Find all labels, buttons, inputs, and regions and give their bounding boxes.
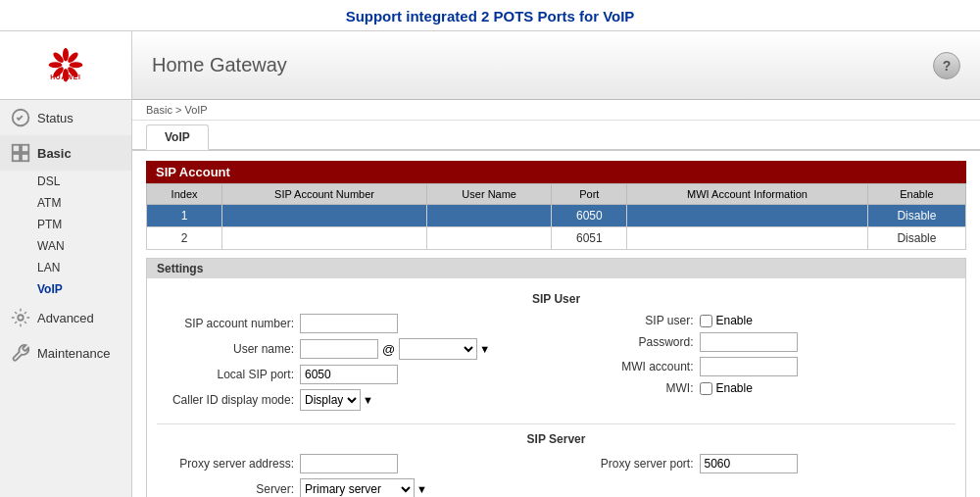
user-name-input[interactable] [300,339,378,359]
svg-rect-10 [13,145,20,152]
row1-username [426,205,552,227]
row1-port: 6050 [552,205,627,227]
user-name-row: User name: @ ▼ [157,338,547,360]
sidebar: HUAWEI Status Basic DSL ATM PTM [0,31,132,497]
proxy-server-address-label: Proxy server address: [157,457,294,471]
sip-user-checkbox-label: Enable [700,314,753,327]
sip-server-title: SIP Server [157,432,956,446]
settings-body: SIP User SIP account number: User name: [147,278,965,497]
caller-id-select[interactable]: Display Hide [300,389,361,411]
local-sip-port-input[interactable] [300,365,398,384]
sip-account-section: SIP Account Index SIP Account Number Use… [146,161,966,250]
sidebar-item-dsl[interactable]: DSL [18,171,131,192]
password-input[interactable] [700,332,798,352]
mwi-checkbox-label: Enable [700,381,753,395]
sidebar-item-ptm[interactable]: PTM [18,214,131,235]
sip-account-header: SIP Account [146,161,966,183]
breadcrumb: Basic > VoIP [132,100,980,121]
proxy-server-port-row: Proxy server port: [566,454,956,473]
sip-user-title: SIP User [157,292,956,306]
basic-sub-menu: DSL ATM PTM WAN LAN VoIP [0,171,131,300]
mwi-enable-text: Enable [716,381,753,395]
svg-rect-13 [22,154,28,161]
svg-rect-12 [13,154,20,161]
mwi-label: MWI: [566,381,694,395]
sidebar-item-status[interactable]: Status [0,100,131,135]
row2-username [426,227,552,250]
main-content: Home Gateway ? Basic > VoIP VoIP SIP Acc… [132,31,980,497]
mwi-row: MWI: Enable [566,381,956,395]
proxy-server-port-input[interactable] [700,454,798,473]
svg-point-2 [70,62,83,68]
sip-user-label: SIP user: [566,314,694,327]
caller-id-row: Caller ID display mode: Display Hide ▼ [157,389,547,411]
sip-account-number-row: SIP account number: [157,314,547,333]
status-icon [10,107,31,128]
server-row: Server: Primary server Secondary server … [157,478,547,497]
row2-index: 2 [147,227,222,250]
server-select[interactable]: Primary server Secondary server [300,478,415,497]
password-label: Password: [566,335,694,349]
caller-id-label: Caller ID display mode: [157,393,294,407]
at-symbol: @ [382,342,395,357]
content-area: SIP Account Index SIP Account Number Use… [132,151,980,497]
server-label: Server: [157,482,294,496]
sidebar-item-advanced[interactable]: Advanced [0,300,131,335]
sip-user-enable-text: Enable [716,314,753,327]
sidebar-item-basic[interactable]: Basic [0,135,131,171]
row1-sip-number [222,205,427,227]
basic-icon [10,142,31,164]
sip-user-checkbox[interactable] [700,315,712,327]
mwi-checkbox[interactable] [700,382,712,395]
sip-server-form: Proxy server address: Server: Primary se… [157,454,956,497]
sidebar-item-maintenance[interactable]: Maintenance [0,335,131,371]
help-button[interactable]: ? [933,52,960,79]
password-row: Password: [566,332,956,352]
settings-header: Settings [147,259,965,278]
maintenance-icon [10,342,31,364]
row2-port: 6051 [552,227,627,250]
sidebar-item-wan[interactable]: WAN [18,235,131,257]
col-port: Port [552,184,627,205]
divider [157,423,956,424]
table-row[interactable]: 2 6051 Disable [147,227,966,250]
sip-account-table: Index SIP Account Number User Name Port … [146,183,966,250]
tab-voip[interactable]: VoIP [146,124,209,150]
svg-point-6 [49,62,63,68]
table-row[interactable]: 1 6050 Disable [147,205,966,227]
local-sip-port-label: Local SIP port: [157,368,294,381]
col-index: Index [147,184,222,205]
col-username: User Name [426,184,552,205]
proxy-server-address-input[interactable] [300,454,398,473]
logo-area: HUAWEI [0,31,131,100]
col-sip-number: SIP Account Number [222,184,427,205]
sip-account-number-input[interactable] [300,314,398,333]
mwi-account-label: MWI account: [566,360,694,373]
svg-text:HUAWEI: HUAWEI [50,74,81,80]
row1-mwi-info [627,205,868,227]
settings-section: Settings SIP User SIP account number: [146,258,966,497]
mwi-account-row: MWI account: [566,357,956,376]
page-title: Support integrated 2 POTS Ports for VoIP [0,0,980,30]
sip-user-form: SIP account number: User name: @ ▼ [157,314,956,416]
sidebar-item-maintenance-label: Maintenance [37,346,110,361]
mwi-account-input[interactable] [700,357,798,376]
user-name-label: User name: [157,342,294,356]
row1-enable: Disable [867,205,965,227]
row2-sip-number [222,227,427,250]
proxy-server-port-label: Proxy server port: [566,457,694,471]
row2-enable: Disable [867,227,965,250]
sidebar-item-basic-label: Basic [37,146,72,161]
header-bar: Home Gateway ? [132,31,980,100]
col-mwi-info: MWI Account Information [627,184,868,205]
sip-user-row: SIP user: Enable [566,314,956,327]
sidebar-item-lan[interactable]: LAN [18,257,131,278]
proxy-server-address-row: Proxy server address: [157,454,547,473]
row2-mwi-info [627,227,868,250]
sidebar-item-atm[interactable]: ATM [18,192,131,214]
sip-account-number-label: SIP account number: [157,317,294,330]
huawei-logo-svg: HUAWEI [36,48,95,82]
svg-rect-11 [22,145,28,152]
sidebar-item-voip[interactable]: VoIP [18,278,131,300]
domain-select[interactable] [399,338,477,360]
